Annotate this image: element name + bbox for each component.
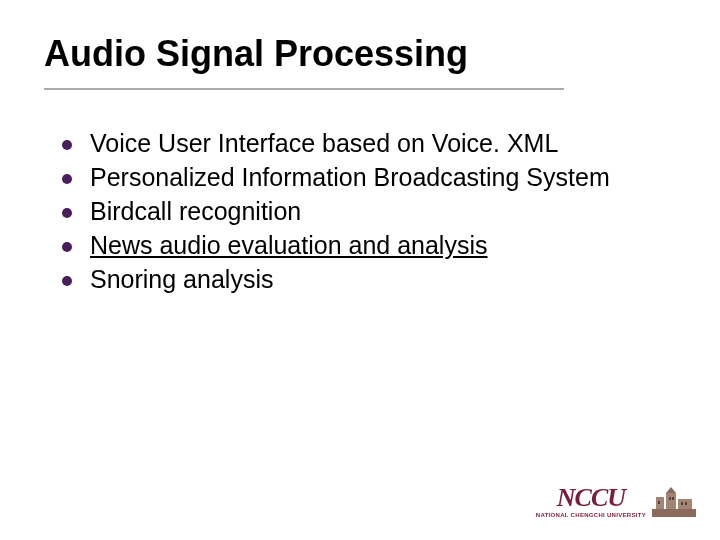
svg-rect-9 [685, 502, 687, 505]
svg-rect-8 [681, 502, 683, 505]
svg-marker-3 [666, 487, 676, 493]
list-item: Personalized Information Broadcasting Sy… [56, 162, 664, 192]
slide: Audio Signal Processing Voice User Inter… [0, 0, 720, 540]
bullet-text: Personalized Information Broadcasting Sy… [90, 162, 664, 192]
title-underline [44, 88, 564, 90]
building-icon [652, 487, 696, 517]
slide-title: Audio Signal Processing [44, 34, 676, 74]
list-item: Birdcall recognition [56, 196, 664, 226]
bullet-icon [56, 162, 90, 192]
svg-rect-6 [669, 497, 671, 500]
bullet-text: Voice User Interface based on Voice. XML [90, 128, 664, 158]
svg-rect-2 [666, 493, 676, 509]
svg-rect-0 [652, 509, 696, 517]
footer-logo: NCCU NATIONAL CHENGCHI UNIVERSITY [536, 485, 696, 518]
bullet-text: Snoring analysis [90, 264, 664, 294]
bullet-icon [56, 264, 90, 294]
bullet-icon [56, 196, 90, 226]
list-item: News audio evaluation and analysis [56, 230, 664, 260]
bullet-list: Voice User Interface based on Voice. XML… [56, 128, 664, 298]
logo-university-name: NATIONAL CHENGCHI UNIVERSITY [536, 512, 646, 518]
list-item: Snoring analysis [56, 264, 664, 294]
logo-acronym: NCCU [557, 485, 625, 511]
svg-rect-5 [658, 501, 660, 504]
list-item: Voice User Interface based on Voice. XML [56, 128, 664, 158]
bullet-text: Birdcall recognition [90, 196, 664, 226]
logo-text-block: NCCU NATIONAL CHENGCHI UNIVERSITY [536, 485, 646, 518]
bullet-icon [56, 128, 90, 158]
bullet-text-link[interactable]: News audio evaluation and analysis [90, 230, 664, 260]
bullet-icon [56, 230, 90, 260]
svg-rect-7 [672, 497, 674, 500]
